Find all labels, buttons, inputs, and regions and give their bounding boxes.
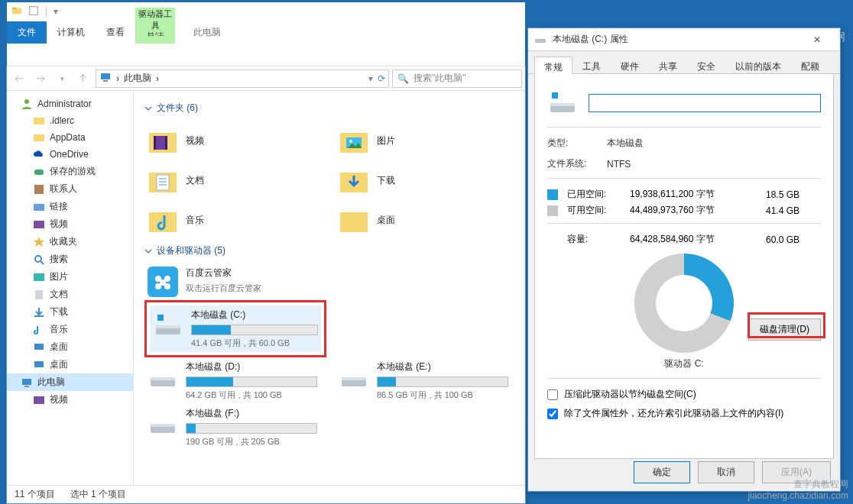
tab-file[interactable]: 文件	[7, 21, 47, 44]
drive-c[interactable]: 本地磁盘 (C:) 41.4 GB 可用 , 共 60.0 GB	[150, 305, 321, 352]
explorer-window: | ▾ 文件 计算机 查看 驱动器工具 管理 此电脑 🡠 🡢 ▾ 🡡 › 此电脑…	[6, 66, 526, 504]
tab-tools[interactable]: 工具	[572, 56, 611, 73]
drive-baidu[interactable]: 百度云管家双击运行百度云管家	[144, 263, 320, 300]
tree-links[interactable]: 链接	[7, 198, 133, 215]
dropdown-icon[interactable]: ▾	[54, 6, 58, 17]
disk-cleanup-button[interactable]: 磁盘清理(D)	[748, 318, 821, 341]
tree-appdata[interactable]: AppData	[7, 129, 133, 146]
tab-quota[interactable]: 配额	[791, 56, 829, 73]
breadcrumb-thispc[interactable]: 此电脑	[124, 72, 151, 85]
tree-onedrive[interactable]: OneDrive	[7, 146, 133, 163]
tree-favorites[interactable]: 收藏夹	[7, 233, 133, 250]
svg-rect-7	[34, 134, 44, 141]
tree-savedgames[interactable]: 保存的游戏	[7, 163, 133, 180]
tree-documents[interactable]: 文档	[7, 286, 133, 303]
volume-label-input[interactable]	[589, 94, 821, 112]
svg-rect-19	[24, 386, 29, 387]
tab-hardware[interactable]: 硬件	[611, 56, 649, 73]
properties-icon[interactable]	[28, 5, 39, 18]
group-devices[interactable]: 设备和驱动器 (5)	[144, 244, 514, 257]
svg-rect-17	[34, 361, 44, 367]
drive-icon	[148, 407, 178, 438]
tree-pictures[interactable]: 图片	[7, 268, 133, 286]
cancel-button[interactable]: 取消	[698, 461, 754, 483]
tab-prev[interactable]: 以前的版本	[725, 56, 791, 73]
desktop-icon	[33, 359, 45, 371]
video-icon	[33, 218, 45, 231]
tab-computer[interactable]: 计算机	[47, 21, 96, 44]
tab-general[interactable]: 常规	[534, 57, 572, 74]
forward-button[interactable]: 🡢	[31, 69, 50, 88]
svg-rect-18	[22, 379, 31, 385]
back-button[interactable]: 🡠	[10, 69, 28, 88]
star-icon	[33, 236, 45, 248]
folder-downloads[interactable]: 下载	[336, 160, 511, 200]
folder-documents[interactable]: 文档	[144, 160, 320, 200]
drive-name: 本地磁盘 (F:)	[186, 407, 317, 420]
tab-manage[interactable]: 驱动器工具 管理	[135, 21, 175, 44]
group-folders[interactable]: 文件夹 (6)	[144, 102, 514, 115]
tree-music[interactable]: 音乐	[7, 321, 133, 338]
tab-view[interactable]: 查看	[96, 21, 135, 44]
recent-dropdown[interactable]: ▾	[53, 69, 71, 88]
compress-checkbox[interactable]: 压缩此驱动器以节约磁盘空间(C)	[547, 388, 821, 401]
tab-security[interactable]: 安全	[687, 56, 725, 73]
drive-e[interactable]: 本地磁盘 (E:)86.5 GB 可用 , 共 100 GB	[336, 357, 511, 404]
type-value: 本地磁盘	[607, 137, 644, 150]
ribbon-tabs: 文件 计算机 查看 驱动器工具 管理 此电脑	[7, 21, 525, 44]
drive-name: 本地磁盘 (E:)	[377, 360, 508, 373]
refresh-icon[interactable]: ⟳	[378, 73, 385, 84]
address-bar[interactable]: › 此电脑 › ▾ ⟳	[96, 69, 389, 88]
svg-rect-50	[151, 424, 175, 427]
drive-d[interactable]: 本地磁盘 (D:)64.2 GB 可用 , 共 100 GB	[144, 357, 320, 404]
tab-sharing[interactable]: 共享	[649, 56, 687, 73]
dropdown-icon[interactable]: ▾	[368, 73, 373, 84]
tree-desktop2[interactable]: 桌面	[7, 356, 133, 373]
tree-downloads[interactable]: 下载	[7, 303, 133, 321]
tree-administrator[interactable]: Administrator	[7, 95, 133, 112]
svg-rect-15	[35, 290, 43, 299]
apply-button[interactable]: 应用(A)	[762, 461, 831, 483]
free-swatch	[547, 205, 558, 216]
drive-large-icon	[547, 86, 578, 119]
folder-icon	[11, 5, 22, 18]
chevron-down-icon	[144, 247, 152, 255]
search-box[interactable]: 🔍 搜索"此电脑"	[392, 69, 522, 88]
index-checkbox[interactable]: 除了文件属性外，还允许索引此驱动器上文件的内容(I)	[547, 407, 821, 420]
drive-sub: 86.5 GB 可用 , 共 100 GB	[377, 389, 508, 401]
usage-bar	[186, 423, 317, 434]
used-swatch	[547, 189, 558, 200]
checkbox-input[interactable]	[547, 389, 558, 400]
ok-button[interactable]: 确定	[634, 461, 690, 483]
tree-thispc[interactable]: 此电脑	[7, 373, 133, 391]
drive-f[interactable]: 本地磁盘 (F:)190 GB 可用 , 共 205 GB	[144, 404, 320, 451]
tree-contacts[interactable]: 联系人	[7, 180, 133, 198]
up-button[interactable]: 🡡	[74, 69, 92, 88]
folder-desktop[interactable]: 桌面	[336, 200, 511, 240]
tree-desktop[interactable]: 桌面	[7, 338, 133, 356]
tree-videos2[interactable]: 视频	[7, 391, 133, 409]
close-button[interactable]: ✕	[800, 29, 834, 50]
tree-searches[interactable]: 搜索	[7, 250, 133, 268]
games-icon	[33, 166, 45, 178]
pictures-icon	[33, 271, 45, 283]
checkbox-input[interactable]	[547, 409, 558, 419]
property-body: 类型:本地磁盘 文件系统:NTFS 已用空间:19,938,611,200 字节…	[534, 74, 834, 459]
folder-music[interactable]: 音乐	[144, 200, 320, 240]
svg-rect-10	[34, 204, 44, 211]
tree-idlerc[interactable]: .idlerc	[7, 112, 133, 129]
content-pane: 文件夹 (6) 视频 图片 文档 下载 音乐 桌面 设备和驱动器 (5) 百度云…	[134, 91, 525, 485]
usage-bar	[191, 325, 318, 335]
breadcrumb-sep2: ›	[156, 73, 159, 84]
svg-point-5	[24, 99, 29, 104]
svg-rect-54	[552, 92, 558, 99]
tree-videos[interactable]: 视频	[7, 215, 133, 233]
folder-videos[interactable]: 视频	[144, 121, 320, 160]
divider	[547, 127, 821, 128]
folder-pictures[interactable]: 图片	[336, 121, 511, 160]
fs-label: 文件系统:	[547, 157, 596, 170]
svg-point-12	[35, 256, 41, 262]
svg-rect-11	[34, 221, 44, 228]
qat-divider: |	[45, 6, 47, 17]
status-bar: 11 个项目 选中 1 个项目	[7, 485, 525, 503]
